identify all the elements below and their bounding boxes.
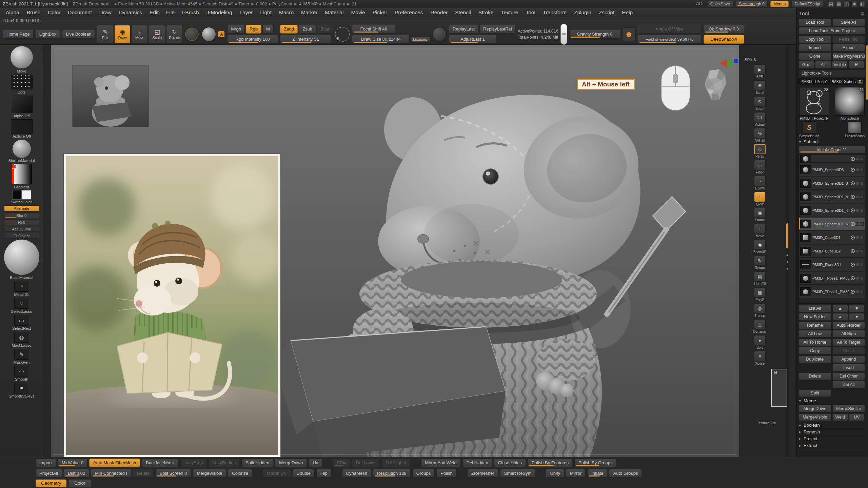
tray-item[interactable]: Blur 0 xyxy=(1,212,42,218)
obj-shadow-slider[interactable]: ObjShadow 0.3 xyxy=(704,25,744,34)
bottom-button[interactable]: LazyStep xyxy=(180,459,207,467)
menu-item[interactable]: Zscript xyxy=(595,8,618,17)
subtool-section-header[interactable]: Subtool xyxy=(798,139,865,145)
tray-item[interactable]: ✎ MaskPen xyxy=(1,349,42,365)
subtool-mini-icon[interactable] xyxy=(860,290,864,293)
subtool-row[interactable]: PM3D_Sphere3D1_8 xyxy=(799,190,865,203)
shelf-icon-button[interactable]: ▤ Line Fill xyxy=(754,271,766,286)
bottom-button[interactable]: Dist 0.02 xyxy=(64,469,89,477)
subtool-mini-icon[interactable] xyxy=(856,182,859,185)
shelf-icon-button[interactable]: ½ AAHalf xyxy=(754,128,766,142)
paint-mode-button[interactable]: Mrgb xyxy=(227,25,245,34)
subtool-command-button[interactable]: Delete xyxy=(798,372,831,380)
shelf-icon-button[interactable]: ▣ Frame xyxy=(754,208,766,222)
menu-item[interactable]: Marker xyxy=(297,8,321,17)
subtool-mini-icon[interactable] xyxy=(856,263,859,266)
subtool-mini-icon[interactable] xyxy=(856,222,859,226)
subtool-command-button[interactable]: Append xyxy=(832,355,865,363)
subtool-command-button[interactable]: All Low xyxy=(798,330,831,338)
shelf-icon-button[interactable]: △ Dynamic xyxy=(753,319,767,333)
bottom-button[interactable]: ProjectAll xyxy=(35,469,62,477)
bottom-button[interactable]: Delete xyxy=(133,469,154,477)
menu-item[interactable]: Light xyxy=(256,8,275,17)
visibility-eye-icon[interactable] xyxy=(851,290,855,294)
tool-button[interactable]: Paste Tool xyxy=(832,36,865,43)
subtool-mini-icon[interactable] xyxy=(860,277,864,280)
tool-button[interactable]: Export xyxy=(832,44,865,52)
subtool-row[interactable]: PM3D_Cube3D2 xyxy=(799,245,865,258)
shelf-icon-button[interactable]: + Qxyz xyxy=(754,192,766,206)
gravity-strength-slider[interactable]: Gravity Strength 0 xyxy=(569,30,620,39)
list-control-button[interactable]: ▲ xyxy=(832,305,848,312)
merge-button[interactable]: Weld xyxy=(832,413,848,421)
panel-menu-icon[interactable]: ▤ xyxy=(861,11,865,16)
tray-item[interactable]: StartupMaterial xyxy=(1,140,42,163)
bottom-button[interactable]: BackfaceMask xyxy=(142,459,179,467)
palette-tab[interactable]: Geometry xyxy=(35,479,67,487)
subtool-command-button[interactable]: Rename xyxy=(798,322,831,329)
menu-item[interactable]: Zplugin xyxy=(570,8,595,17)
current-material-icon[interactable] xyxy=(201,27,216,42)
bottom-button[interactable]: Smart ReSym xyxy=(500,469,536,477)
replay-last-button[interactable]: ReplayLast xyxy=(449,25,478,34)
visible-count-slider[interactable]: Visible Count 11 xyxy=(798,146,865,154)
bottom-button[interactable]: Split Screen 0 xyxy=(155,469,191,477)
subtool-command-button[interactable]: Insert xyxy=(832,364,865,371)
alpha-brush-thumbnail[interactable]: 22 xyxy=(835,87,865,116)
menu-item[interactable]: Material xyxy=(321,8,347,17)
subtool-row[interactable]: PM3D_Sphere3D1_6 xyxy=(799,218,865,230)
shelf-icon-button[interactable]: 1:1 Actual xyxy=(754,112,766,126)
shelf-icon-button[interactable]: ▶ BPR xyxy=(754,64,766,79)
visibility-eye-icon[interactable] xyxy=(851,181,855,185)
menu-item[interactable]: Render xyxy=(427,8,451,17)
live-boolean-button[interactable]: Live Boolean xyxy=(62,30,95,39)
subtool-mini-icon[interactable] xyxy=(860,195,864,199)
tool-button[interactable]: Load Tool xyxy=(798,19,831,26)
shelf-icon-button[interactable]: ▦ PolyF xyxy=(754,287,766,302)
tray-item[interactable]: Move xyxy=(1,46,42,74)
bottom-button[interactable]: Close Holes xyxy=(494,459,526,467)
tray-item[interactable]: ≈ SmoothValleys xyxy=(1,383,42,399)
dynamic-toggle[interactable]: Dynamic xyxy=(411,36,430,42)
menu-item[interactable]: Tool xyxy=(522,8,539,17)
bottom-button[interactable]: Import xyxy=(35,459,56,467)
menu-item[interactable]: Color xyxy=(44,8,64,17)
bottom-button[interactable]: Uv xyxy=(309,459,322,467)
tray-item[interactable]: ◌ SelectLasso xyxy=(1,298,42,314)
subtool-mini-icon[interactable] xyxy=(860,222,864,226)
subtool-command-button[interactable]: Del All xyxy=(832,381,865,388)
titlebar-button[interactable]: AC xyxy=(693,1,705,7)
lightbox-button[interactable]: LightBox xyxy=(36,30,60,39)
tray-item[interactable]: Dots xyxy=(1,75,42,95)
list-control-button[interactable]: ▼ xyxy=(849,305,865,312)
subtool-row[interactable]: PM3D_Sphere3D1_3 xyxy=(799,177,865,190)
menu-item[interactable]: Stencil xyxy=(451,8,475,17)
vertical-slider[interactable] xyxy=(560,24,567,45)
bottom-button[interactable]: Auto Groups xyxy=(609,469,642,477)
bottom-button[interactable]: Double xyxy=(293,469,315,477)
subtool-row[interactable]: PM3D_TPose1_PM3D_Sphere3 xyxy=(799,285,865,298)
subtool-row[interactable]: PM3D_Sphere3D3 xyxy=(799,163,865,176)
mode-button[interactable]: ↻ Rotate xyxy=(166,25,182,43)
menu-item[interactable]: J-Modeling xyxy=(203,8,236,17)
mode-button[interactable]: ◱ Scale xyxy=(149,25,165,43)
list-control-button[interactable]: ▲ xyxy=(832,313,848,321)
visibility-eye-icon[interactable] xyxy=(851,208,855,212)
tool-button[interactable]: Make PolyMesh3D xyxy=(832,53,865,60)
window-control-icon[interactable]: ▣ xyxy=(851,1,857,7)
section-header[interactable]: Extract xyxy=(798,442,865,449)
rgb-intensity-slider[interactable]: Rgb Intensity 100 xyxy=(227,35,278,44)
subtool-row[interactable]: PM3D_Sphere3D1_4 xyxy=(799,204,865,217)
focal-shift-slider[interactable]: Focal Shift 48 xyxy=(352,25,395,34)
subtool-command-button[interactable]: All To Target xyxy=(832,339,865,346)
subtool-command-button[interactable]: AutoReorder xyxy=(832,322,865,329)
bottom-button[interactable]: Del Hidden xyxy=(462,459,492,467)
bottom-button[interactable]: Auto Mask FiberMesh xyxy=(89,459,140,467)
window-control-icon[interactable]: ▦ xyxy=(836,1,842,7)
shelf-icon-button[interactable]: ⊙ Zoom xyxy=(754,96,766,110)
menu-item[interactable]: Brush xyxy=(23,8,44,17)
tool-button[interactable]: R xyxy=(849,61,864,68)
bottom-button[interactable]: MidValue 0 xyxy=(58,459,87,467)
subtool-mini-icon[interactable] xyxy=(860,249,864,253)
tray-item[interactable]: Alpha Off xyxy=(1,96,42,118)
